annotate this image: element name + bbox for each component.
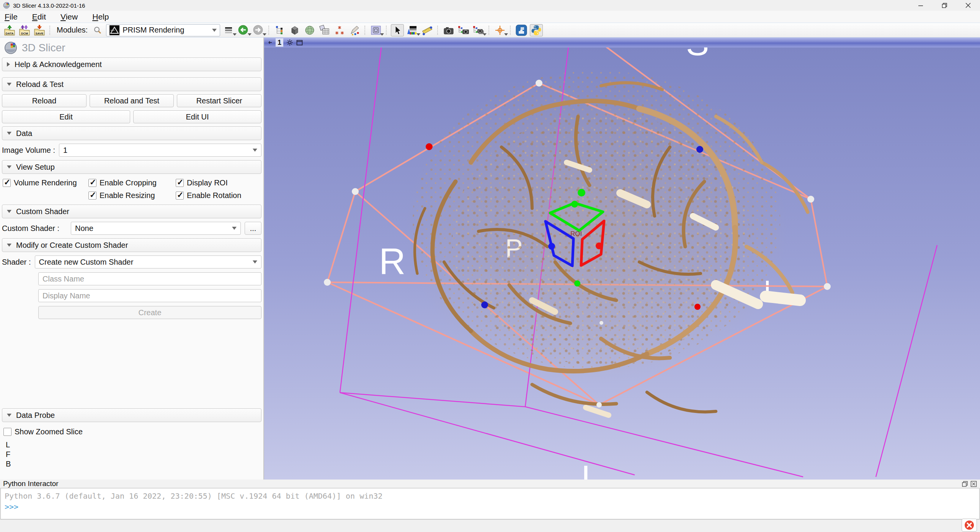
modules-label: Modules: bbox=[57, 26, 88, 34]
enable-resizing-checkbox[interactable]: Enable Resizing bbox=[88, 191, 176, 200]
module-forward-button[interactable] bbox=[252, 24, 265, 36]
toolbar-separator bbox=[437, 26, 439, 35]
restart-slicer-button[interactable]: Restart Slicer bbox=[177, 94, 261, 107]
volume-rendering-checkbox[interactable]: Volume Rendering bbox=[3, 178, 88, 187]
title-bar: 3D Slicer 4.13.0-2022-01-16 bbox=[0, 0, 980, 11]
hierarchy-tree-icon bbox=[275, 25, 285, 35]
display-roi-checkbox[interactable]: Display ROI bbox=[176, 178, 261, 187]
error-log-button[interactable] bbox=[962, 519, 977, 532]
expanded-arrow-icon bbox=[7, 132, 11, 135]
extensions-manager-button[interactable] bbox=[515, 24, 528, 36]
menu-help[interactable]: Help bbox=[92, 12, 109, 21]
python-console[interactable]: Python 3.6.7 (default, Jan 16 2022, 23:2… bbox=[0, 488, 980, 519]
checkbox-label: Enable Resizing bbox=[100, 191, 155, 200]
chevron-down-icon bbox=[253, 149, 257, 152]
create-shader-button[interactable]: Create bbox=[38, 306, 261, 319]
edit-ui-button[interactable]: Edit UI bbox=[133, 110, 261, 123]
menu-file[interactable]: File bbox=[5, 12, 18, 21]
error-log-icon bbox=[964, 519, 975, 531]
section-reload-test[interactable]: Reload & Test bbox=[2, 77, 261, 91]
roi-red-handle[interactable] bbox=[596, 242, 603, 249]
scene-views-button[interactable] bbox=[472, 24, 485, 36]
python-icon bbox=[531, 25, 542, 36]
class-name-field[interactable] bbox=[38, 272, 261, 285]
module-history-button[interactable] bbox=[222, 24, 235, 36]
roi-green-edge-handle[interactable] bbox=[571, 201, 578, 208]
chevron-down-icon bbox=[504, 33, 508, 36]
edit-button[interactable]: Edit bbox=[2, 110, 130, 123]
scene-view-button[interactable] bbox=[457, 24, 470, 36]
shader-combobox[interactable]: Create new Custom Shader bbox=[35, 255, 261, 268]
transforms-button[interactable] bbox=[318, 24, 331, 36]
save-data-icon: SAVE bbox=[33, 25, 46, 36]
module-search-button[interactable] bbox=[91, 24, 104, 36]
volume-cube-button[interactable] bbox=[288, 24, 301, 36]
roi-text-label: ROI bbox=[570, 230, 582, 237]
view-crosshair-icon[interactable] bbox=[286, 39, 293, 46]
undock-panel-icon[interactable] bbox=[962, 481, 968, 487]
enable-cropping-checkbox[interactable]: Enable Cropping bbox=[88, 178, 176, 187]
menu-view[interactable]: View bbox=[60, 12, 78, 21]
shader-value: Create new Custom Shader bbox=[39, 258, 134, 267]
modules-combobox[interactable]: PRISM Rendering bbox=[106, 24, 220, 36]
checkbox-label: Volume Rendering bbox=[14, 178, 77, 187]
view-pin-icon[interactable] bbox=[267, 40, 273, 45]
fiducials-button[interactable] bbox=[333, 24, 346, 36]
custom-shader-combobox[interactable]: None bbox=[71, 222, 241, 235]
load-dicom-button[interactable]: DCM bbox=[18, 24, 31, 36]
main-area: 3D Slicer Help & Acknowledgement Reload … bbox=[0, 38, 980, 480]
screenshot-button[interactable] bbox=[442, 24, 455, 36]
display-name-field[interactable] bbox=[38, 289, 261, 302]
pen-icon bbox=[349, 25, 360, 36]
reload-and-test-button[interactable]: Reload and Test bbox=[90, 94, 174, 107]
threed-viewport[interactable]: S R P L I bbox=[264, 47, 980, 480]
checkbox-checked-icon bbox=[3, 179, 11, 187]
save-data-button[interactable]: SAVE bbox=[33, 24, 46, 36]
module-back-button[interactable] bbox=[237, 24, 250, 36]
section-custom-shader[interactable]: Custom Shader bbox=[2, 205, 261, 218]
python-console-button[interactable] bbox=[530, 24, 543, 36]
section-label: Data bbox=[16, 129, 32, 138]
minimize-icon bbox=[918, 3, 923, 8]
toolbar-separator bbox=[268, 26, 270, 35]
checkbox-label: Enable Rotation bbox=[187, 191, 241, 200]
section-view-setup[interactable]: View Setup bbox=[2, 160, 261, 174]
section-help-acknowledgement[interactable]: Help & Acknowledgement bbox=[2, 57, 261, 71]
close-panel-icon[interactable] bbox=[970, 481, 977, 487]
crosshair-button[interactable] bbox=[493, 24, 506, 36]
layout-button[interactable] bbox=[369, 24, 382, 36]
reload-button[interactable]: Reload bbox=[2, 94, 87, 107]
measurements-button[interactable] bbox=[421, 24, 434, 36]
menu-edit[interactable]: Edit bbox=[32, 12, 46, 21]
volume-rendering-scene: S R P L I bbox=[264, 47, 980, 480]
roi-green-lower-handle[interactable] bbox=[574, 280, 580, 286]
fiducial-points-icon bbox=[334, 25, 345, 36]
volume-sphere-button[interactable] bbox=[303, 24, 316, 36]
image-volume-combobox[interactable]: 1 bbox=[59, 144, 261, 157]
load-data-button[interactable]: DATA bbox=[3, 24, 16, 36]
markups-pen-button[interactable] bbox=[348, 24, 361, 36]
volume-presets-button[interactable] bbox=[406, 24, 419, 36]
view-setup-options: Volume Rendering Enable Cropping Display… bbox=[3, 178, 261, 200]
roi-green-handle[interactable] bbox=[578, 189, 585, 196]
collapsed-section-gap bbox=[2, 73, 261, 76]
svg-text:DATA: DATA bbox=[5, 32, 13, 35]
maximize-icon bbox=[942, 3, 947, 8]
show-zoomed-slice-checkbox[interactable]: Show Zoomed Slice bbox=[3, 427, 261, 436]
maximize-button[interactable] bbox=[933, 0, 956, 11]
enable-rotation-checkbox[interactable]: Enable Rotation bbox=[176, 191, 261, 200]
minimize-button[interactable] bbox=[909, 0, 933, 11]
view-maximize-icon[interactable] bbox=[296, 40, 303, 46]
module-hierarchy-button[interactable] bbox=[273, 24, 286, 36]
mesh-sphere-icon bbox=[304, 25, 315, 36]
threed-view: 1 bbox=[264, 38, 980, 480]
section-modify-create-shader[interactable]: Modify or Create Custom Shader bbox=[2, 238, 261, 252]
mouse-interaction-button[interactable] bbox=[391, 24, 404, 36]
shader-options-button[interactable]: ... bbox=[245, 222, 261, 235]
section-data-probe[interactable]: Data Probe bbox=[2, 408, 261, 422]
roi-blue-handle[interactable] bbox=[548, 243, 555, 250]
close-button[interactable] bbox=[956, 0, 980, 11]
window-title: 3D Slicer 4.13.0-2022-01-16 bbox=[13, 2, 85, 9]
section-data[interactable]: Data bbox=[2, 126, 261, 140]
expanded-arrow-icon bbox=[7, 210, 11, 213]
